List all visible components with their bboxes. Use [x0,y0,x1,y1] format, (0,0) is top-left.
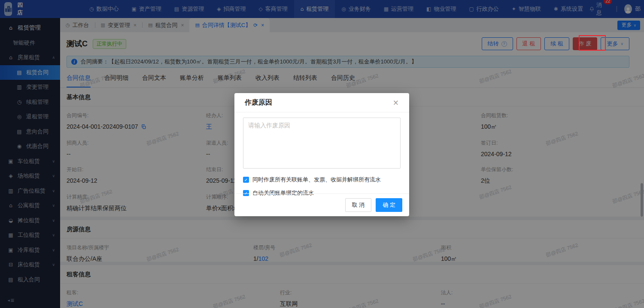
dialog-header: 作废原因 × [234,93,409,112]
checkbox-void-related-label: 同时作废所有关联账单、发票、收据并解绑所有流水 [252,176,381,184]
cancel-button[interactable]: 取 消 [345,198,372,212]
confirm-button[interactable]: 确 定 [376,198,402,212]
dialog-footer: 取 消 确 定 [234,193,409,216]
checkbox-checked-icon[interactable]: ✓ [243,177,249,183]
void-reason-dialog: 作废原因 × ✓ 同时作废所有关联账单、发票、收据并解绑所有流水 ✓ 自动关闭账… [234,93,409,216]
dialog-body: ✓ 同时作废所有关联账单、发票、收据并解绑所有流水 ✓ 自动关闭账单绑定的流水 [234,112,409,197]
checkbox-void-related[interactable]: ✓ 同时作废所有关联账单、发票、收据并解绑所有流水 [243,176,401,184]
annotation-highlight-box [579,35,606,51]
void-reason-textarea[interactable] [243,118,401,169]
close-icon[interactable]: × [393,98,399,107]
dialog-title: 作废原因 [245,98,272,107]
